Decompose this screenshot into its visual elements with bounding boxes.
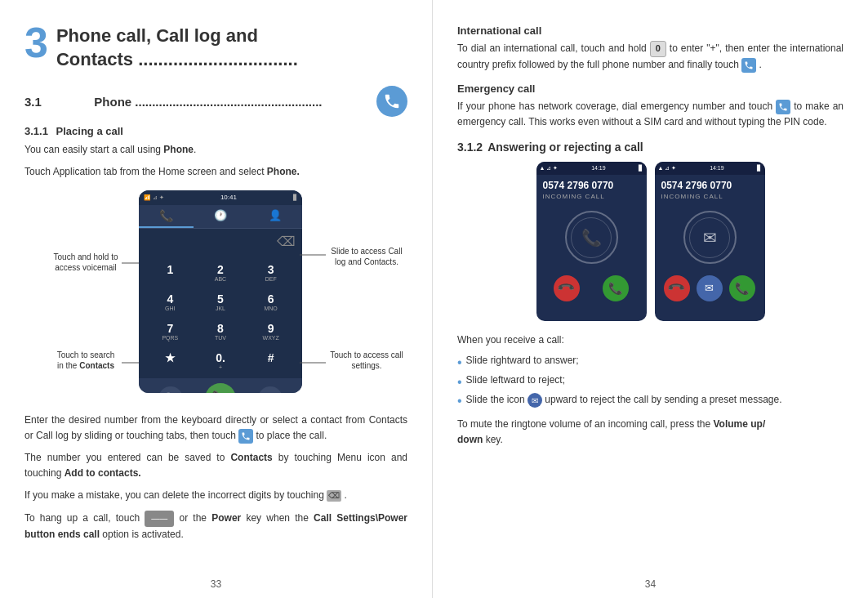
key-0[interactable]: 0.+: [196, 346, 246, 375]
subsection-311-number: 3.1.1: [24, 125, 48, 137]
mockup1-status-left: ▲ ⊿ ✦: [540, 165, 559, 172]
key-9[interactable]: 9WXYZ: [246, 317, 296, 346]
chapter-header: 3 Phone call, Call log and Contacts ....…: [24, 25, 407, 71]
para2-bold: Phone.: [267, 166, 300, 177]
chapter-number: 3: [24, 21, 48, 64]
left-page: 3 Phone call, Call log and Contacts ....…: [0, 0, 433, 598]
call-mockup-2: ▲ ⊿ ✦ 14:19 ▊ 0574 2796 0770 INCOMING CA…: [655, 162, 765, 321]
section-312-heading: 3.1.2 Answering or rejecting a call: [457, 141, 844, 154]
para2-text: Touch Application tab from the Home scre…: [24, 166, 265, 177]
msg-icon-inline: ✉: [527, 393, 542, 408]
phone-number-display: ⌫: [139, 229, 302, 255]
para4-bold: Contacts: [230, 452, 272, 463]
key-6[interactable]: 6MNO: [246, 288, 296, 316]
bullet-item-1: • Slide rightward to answer;: [457, 355, 844, 372]
phone-icon-header: [376, 86, 407, 117]
right-page: International call To dial an internatio…: [433, 0, 868, 598]
emerg-phone-svg: [778, 102, 788, 112]
emerg-heading: Emergency call: [457, 83, 844, 95]
inline-backspace-icon: ⌫: [327, 490, 341, 502]
phone-keypad: 1 2ABC 3DEF 4GHI 5JKL 6MNO 7PQRS 8TUV 9W…: [139, 255, 302, 378]
emerg-para: If your phone has network coverage, dial…: [457, 99, 844, 130]
para1-end: .: [194, 144, 196, 155]
section-312-number: 3.1.2: [457, 141, 483, 154]
call-circle-2: ✉: [683, 211, 737, 264]
tab-phone: 📞: [139, 205, 194, 228]
subsection-311-title: Placing a call: [56, 125, 123, 137]
bullet-list: • Slide rightward to answer; • Slide lef…: [457, 355, 844, 410]
key-8[interactable]: 8TUV: [196, 317, 246, 346]
key-2[interactable]: 2ABC: [196, 258, 246, 287]
phone-status-bar: 📶 ⊿ ✦ 10:41 ▊: [139, 190, 302, 205]
message-call-button[interactable]: ✉: [697, 275, 723, 301]
mockup2-status: ▲ ⊿ ✦ 14:19 ▊: [655, 162, 765, 175]
key-1[interactable]: 1: [145, 258, 195, 287]
intl-heading: International call: [457, 25, 844, 37]
callout-settings: Touch to access callsettings.: [326, 350, 407, 371]
key-0-sub: +: [196, 364, 246, 370]
para6-power: Power: [211, 512, 241, 524]
inline-endcall-button: ——: [145, 511, 174, 527]
mockup2-incoming-label: INCOMING CALL: [655, 193, 765, 205]
call-mockup-1: ▲ ⊿ ✦ 14:19 ▊ 0574 2796 0770 INCOMING CA…: [536, 162, 647, 321]
backspace-icon: ⌫: [277, 234, 296, 249]
intl-phone-svg: [744, 60, 754, 70]
bullet-dot-2: •: [457, 374, 462, 391]
phone-mockup-container: Touch and hold toaccess voicemail Touch …: [49, 190, 407, 403]
key-3[interactable]: 3DEF: [246, 258, 296, 287]
key-5[interactable]: 5JKL: [196, 288, 246, 316]
chapter-title-line2: Contacts ...............................…: [56, 48, 298, 72]
callout-line-4: [300, 362, 326, 364]
reject-call-button-2[interactable]: 📞: [659, 270, 696, 306]
call-circle-phone-2: ✉: [703, 228, 717, 248]
emerg-call-icon: [776, 100, 790, 114]
bullet-item-3: • Slide the icon ✉ upward to reject the …: [457, 393, 844, 410]
phone-menu-button[interactable]: ≡: [258, 386, 283, 393]
key-6-sub: MNO: [246, 306, 296, 311]
chapter-title-line1: Phone call, Call log and: [56, 25, 298, 48]
key-8-sub: TUV: [196, 335, 246, 341]
section-31-title: Phone ..................................…: [94, 95, 322, 109]
status-icons-left: 📶 ⊿ ✦: [144, 194, 164, 201]
bullet-dot-1: •: [457, 355, 462, 372]
mockup2-buttons: 📞 ✉ 📞: [655, 270, 765, 306]
key-9-sub: WXYZ: [246, 335, 296, 341]
inline-phone-svg: [241, 431, 251, 441]
key-4-sub: GHI: [145, 306, 195, 311]
call-circle-inner-2: ✉: [689, 217, 730, 258]
callout-search: Touch to searchin the Contacts: [49, 350, 122, 371]
mockup1-status-right: ▊: [639, 165, 643, 172]
reject-call-button-1[interactable]: 📞: [549, 270, 585, 306]
phone-bottom-row: 🔍 📞 ≡: [139, 378, 302, 393]
volume-bold2: down: [457, 434, 483, 445]
para1-bold: Phone: [163, 144, 194, 155]
phone-call-button[interactable]: 📞: [205, 383, 236, 393]
call-circle-1: 📞: [565, 211, 618, 264]
key-7-sub: PQRS: [145, 335, 195, 341]
bullet-dot-3: •: [457, 393, 462, 410]
right-page-number: 34: [645, 578, 656, 590]
zero-key-inline: 0: [650, 41, 666, 57]
intl-para: To dial an international call, touch and…: [457, 41, 844, 73]
answer-call-button-1[interactable]: 📞: [603, 275, 629, 301]
para1: You can easily start a call using Phone.: [24, 142, 407, 158]
bullet-item-2: • Slide leftward to reject;: [457, 374, 844, 391]
call-circle-inner-1: 📞: [571, 217, 612, 258]
volume-para: To mute the ringtone volume of an incomi…: [457, 417, 844, 448]
para5: If you make a mistake, you can delete th…: [24, 488, 407, 503]
status-battery: ▊: [293, 194, 297, 201]
bullet-text-3: Slide the icon ✉ upward to reject the ca…: [466, 393, 782, 408]
para4: The number you entered can be saved to C…: [24, 450, 407, 481]
key-4[interactable]: 4GHI: [145, 288, 195, 316]
phone-tab-row: 📞 🕐 👤: [139, 205, 302, 229]
key-star[interactable]: ★: [145, 346, 195, 375]
phone-icon-svg: [383, 92, 401, 110]
mockup2-circle-area: ✉: [655, 205, 765, 270]
key-hash[interactable]: #: [246, 346, 296, 375]
answer-call-button-2[interactable]: 📞: [729, 275, 755, 301]
para1-text: You can easily start a call using: [24, 144, 161, 155]
tab-contacts: 👤: [247, 205, 302, 228]
section-31-row: 3.1 Phone ..............................…: [24, 86, 407, 117]
phone-search-button[interactable]: 🔍: [158, 386, 183, 393]
key-7[interactable]: 7PQRS: [145, 317, 195, 346]
